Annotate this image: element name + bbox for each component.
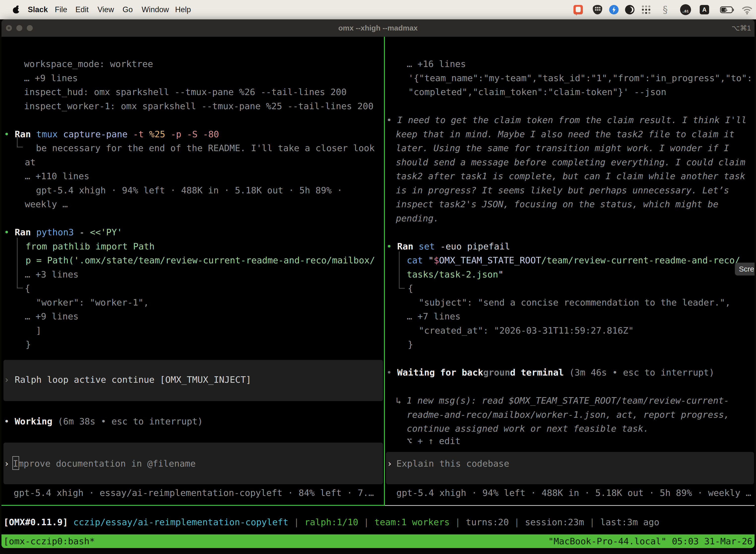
chat-tail xyxy=(574,12,577,16)
path-token: tasks/task-2.json xyxy=(407,269,498,279)
terminal-content: workspace_mode: worktree … +9 lines insp… xyxy=(1,37,755,548)
chat-app-icon[interactable] xyxy=(573,5,583,14)
pane-divider-vertical[interactable] xyxy=(384,37,385,506)
window-titlebar[interactable]: omx --xhigh --madmax ⌥⌘1 xyxy=(1,19,755,37)
input-placeholder: Improve documentation in @filename xyxy=(13,457,196,470)
working-line: • Working (6m 38s • esc to interrupt) xyxy=(4,414,203,428)
bullet-icon: • xyxy=(386,367,397,378)
command-line: tasks/task-2.json" xyxy=(407,268,504,281)
wifi-icon[interactable] xyxy=(742,6,751,15)
moon-circle-icon[interactable] xyxy=(625,5,634,14)
input-placeholder: Explain this codebase xyxy=(396,457,509,470)
pane-divider-horizontal-inactive[interactable] xyxy=(385,505,755,506)
terminal-line: workspace_mode: worktree xyxy=(24,57,153,71)
apple-bite xyxy=(18,8,21,11)
apple-menu-icon[interactable] xyxy=(13,6,19,13)
input-source-icon[interactable]: A xyxy=(700,5,709,14)
inject-line: › Ralph loop active continue [OMX_TMUX_I… xyxy=(4,373,251,387)
screenshot-tooltip: Scre xyxy=(735,263,755,276)
grid-dots-icon[interactable] xyxy=(641,5,651,14)
prompt-icon: › xyxy=(387,457,392,470)
terminal-line: ] xyxy=(36,324,42,338)
bullet-icon: • xyxy=(386,241,397,252)
omx-last: last:3m ago xyxy=(600,517,659,527)
window-title: omx --xhigh --madmax xyxy=(1,19,755,37)
separator: | xyxy=(450,517,466,527)
dash-token: - xyxy=(79,227,90,237)
separator: | xyxy=(509,517,525,527)
waiting-meta: (3m 46s • esc to interrupt) xyxy=(564,367,714,378)
thinking-line: keep that in mind. Maybe I also need the… xyxy=(396,127,735,141)
command-line: • Ran set -euo pipefail xyxy=(386,239,510,254)
terminal-line: { xyxy=(408,281,413,295)
terminal-line: be necessary for the end of the README. … xyxy=(36,141,375,155)
thinking-text: I need to get the claim token from the c… xyxy=(397,115,747,125)
subcommand-token: capture-pane xyxy=(63,129,133,139)
window-shortcut: ⌥⌘1 xyxy=(732,19,751,37)
tmux-host-clock: "MacBook-Pro-44.local" 05:03 31-Mar-26 xyxy=(548,535,753,548)
command-token: set xyxy=(419,241,440,252)
working-meta: (6m 38s • esc to interrupt) xyxy=(52,416,203,427)
shield-dot xyxy=(595,7,596,8)
pane-divider-horizontal-active[interactable] xyxy=(1,505,384,506)
omx-session: session:23m xyxy=(525,517,584,527)
thinking-line: should send a message before completing … xyxy=(396,155,745,169)
menu-item-view[interactable]: View xyxy=(98,0,114,19)
inject-text: Ralph loop active continue [OMX_TMUX_INJ… xyxy=(15,375,251,385)
command-token: cat xyxy=(407,255,428,265)
squiggle-icon[interactable]: § xyxy=(660,5,670,14)
omx-version: [OMX#0.11.9] xyxy=(3,517,68,527)
thinking-line: later. Using the same for transition mig… xyxy=(396,141,729,155)
thinking-line: task2 after task1 is complete, but can I… xyxy=(396,169,745,183)
terminal-line: inspect_hud: omx sparkshell --tmux-pane … xyxy=(24,85,346,99)
tree-elbow xyxy=(17,136,23,148)
menu-item-edit[interactable]: Edit xyxy=(75,0,88,19)
thinking-line: • I need to get the claim token from the… xyxy=(386,113,747,127)
separator: | xyxy=(289,517,305,527)
tmux-window-label[interactable]: [omx-cczip0:bash* xyxy=(3,535,95,548)
battery-charging-icon[interactable] xyxy=(720,6,730,16)
command-token: tmux xyxy=(36,129,63,139)
menu-item-file[interactable]: File xyxy=(55,0,67,19)
terminal-line: … +16 lines xyxy=(407,57,466,71)
bullet-icon: • xyxy=(4,129,15,139)
command-line: cat "$OMX_TEAM_STATE_ROOT/team/review-cu… xyxy=(407,254,740,267)
terminal-line: … +7 lines xyxy=(407,310,460,323)
bolt-circle-icon[interactable] xyxy=(609,5,619,14)
waiting-label-shimmer: groun xyxy=(483,367,510,378)
screen: Slack File Edit View Go Window Help § ..… xyxy=(0,0,756,554)
tree-elbow xyxy=(399,252,405,289)
number-token: %25 xyxy=(149,129,171,139)
menu-app-name[interactable]: Slack xyxy=(28,0,48,19)
chat-inner xyxy=(576,7,581,12)
omx-ralph: ralph:1/10 xyxy=(305,517,359,527)
waiting-label: Waiting for back xyxy=(397,367,483,378)
terminal-line: "subject": "send a concise recommendatio… xyxy=(419,296,731,310)
edit-hint: ⌥ + ↑ edit xyxy=(407,434,460,448)
menu-item-window[interactable]: Window xyxy=(142,0,169,19)
menu-item-go[interactable]: Go xyxy=(123,0,133,19)
quote-token: " xyxy=(428,255,434,265)
thinking-line: pending. xyxy=(396,212,439,225)
shield-dot xyxy=(599,9,601,11)
grid-dot xyxy=(648,5,650,7)
heredoc-token: <<'PY' xyxy=(90,227,122,237)
terminal-line: } xyxy=(25,338,31,351)
omx-status-line: [OMX#0.11.9] cczip/essay/ai-reimplementa… xyxy=(3,515,659,529)
waiting-label: d terminal xyxy=(510,367,564,378)
bullet-icon: • xyxy=(386,115,397,125)
tmux-status-bar: [omx-cczip0:bash* "MacBook-Pro-44.local"… xyxy=(1,535,755,548)
terminal-line: … +9 lines xyxy=(24,71,78,85)
terminal-line: … +9 lines xyxy=(25,310,79,323)
menu-item-help[interactable]: Help xyxy=(175,0,191,19)
bullet-icon: • xyxy=(4,227,15,237)
terminal-line: weekly … xyxy=(25,197,68,211)
flag-token: -t xyxy=(133,129,149,139)
shield-dot xyxy=(599,7,601,8)
shield-icon[interactable] xyxy=(593,5,602,14)
badge-61-icon[interactable]: ..61 xyxy=(680,4,691,15)
terminal-line: "worker": "worker-1", xyxy=(36,296,149,310)
grid-dot xyxy=(648,12,650,14)
thinking-line: is in progress? It seems likely but perh… xyxy=(396,183,729,197)
dollar-token: $ xyxy=(434,255,439,265)
